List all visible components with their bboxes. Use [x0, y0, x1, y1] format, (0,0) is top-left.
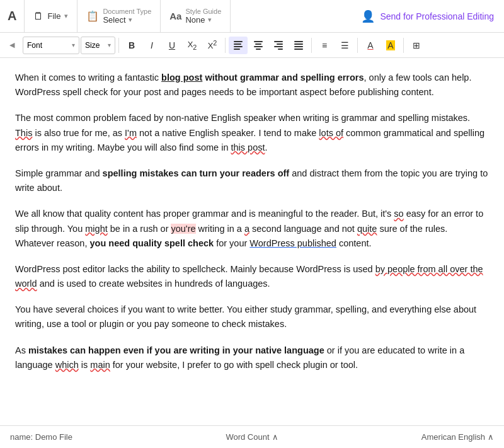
divider-1 [118, 38, 119, 53]
unordered-list-button[interactable]: ☰ [335, 37, 354, 54]
text-segment: which [55, 360, 79, 370]
table-button[interactable]: ⊞ [407, 37, 426, 54]
bold-icon: B [129, 40, 135, 50]
word-count-chevron: ∧ [272, 432, 278, 442]
style-guide-value: None [185, 15, 205, 25]
person-icon: 👤 [361, 9, 375, 23]
text-segment: mistakes can happen even if you are writ… [28, 345, 324, 355]
font-chevron: ▾ [72, 42, 75, 49]
text-segment: WordPress published [249, 238, 336, 248]
text-segment: blog post [161, 72, 202, 83]
divider-3 [311, 38, 312, 53]
text-segment: quite [357, 224, 377, 234]
subscript-button[interactable]: X2 [183, 37, 202, 54]
text-segment: a [244, 224, 249, 234]
align-justify-button[interactable] [289, 37, 308, 54]
send-professional-button[interactable]: 👤 Send for Professional Editing [351, 0, 504, 32]
ordered-list-icon: ≡ [322, 40, 327, 50]
content-paragraph: When it comes to writing a fantastic blo… [15, 71, 489, 100]
text-segment: . [265, 142, 267, 152]
superscript-icon: X2 [208, 39, 217, 50]
file-chevron: ▾ [64, 12, 68, 20]
align-left-icon [234, 41, 243, 50]
subscript-icon: X2 [188, 40, 197, 51]
text-segment: You have several choices if you want to … [15, 304, 476, 329]
text-segment: this post [231, 142, 265, 152]
align-left-button[interactable] [229, 37, 248, 54]
text-segment: I'm [125, 128, 137, 138]
font-color-button[interactable]: A [361, 37, 380, 54]
text-segment: is [79, 360, 91, 370]
language-status[interactable]: American English ∧ [421, 432, 494, 442]
text-segment: main [90, 360, 110, 370]
word-count-label: Word Count [226, 432, 269, 442]
text-segment: you're [171, 224, 195, 234]
content-area[interactable]: When it comes to writing a fantastic blo… [0, 58, 504, 425]
word-count-status[interactable]: Word Count ∧ [226, 432, 278, 442]
style-guide-icon: Aa [169, 11, 181, 21]
underline-icon: U [169, 40, 175, 50]
font-highlight-icon: A [386, 40, 394, 50]
text-segment: second language and not [249, 224, 357, 234]
text-segment: spelling mistakes can turn your readers … [103, 168, 290, 178]
content-paragraph: You have several choices if you want to … [15, 302, 489, 331]
text-segment: not a native English speaker. I tend to … [137, 128, 319, 138]
align-right-button[interactable] [269, 37, 288, 54]
font-color-icon: A [367, 40, 373, 50]
text-segment: The most common problem faced by non-nat… [15, 113, 470, 123]
text-segment: WordPress post editor lacks the ability … [15, 264, 375, 274]
file-label: File [47, 11, 60, 21]
superscript-button[interactable]: X2 [203, 37, 222, 54]
text-segment: for your website, I prefer to go with sp… [110, 360, 358, 370]
status-bar: name: Demo File Word Count ∧ American En… [0, 425, 504, 448]
text-segment: be in a rush or [108, 224, 171, 234]
ordered-list-button[interactable]: ≡ [315, 37, 334, 54]
top-toolbar: A 🗒 File ▾ 📋 Document Type Select ▾ Aa S… [0, 0, 504, 33]
italic-icon: I [151, 40, 153, 50]
align-center-icon [254, 41, 263, 50]
doc-type-col: Document Type Select ▾ [103, 8, 151, 25]
style-guide-menu[interactable]: Aa Style Guide None ▾ [161, 0, 231, 32]
size-label: Size [85, 41, 100, 50]
file-icon: 🗒 [33, 11, 43, 22]
align-justify-icon [294, 41, 303, 50]
content-paragraph: Simple grammar and spelling mistakes can… [15, 166, 489, 195]
font-label: Font [27, 41, 42, 50]
text-segment: As [15, 345, 28, 355]
bold-button[interactable]: B [122, 37, 141, 54]
content-paragraph: We all know that quality content has pro… [15, 207, 489, 251]
doc-type-value: Select [103, 15, 125, 25]
divider-4 [357, 38, 358, 53]
italic-button[interactable]: I [142, 37, 161, 54]
font-selector[interactable]: Font ▾ [23, 37, 79, 54]
text-segment: When it comes to writing a fantastic [15, 72, 161, 83]
language-label: American English [421, 432, 485, 442]
document-type-menu[interactable]: 📋 Document Type Select ▾ [77, 0, 161, 32]
align-right-icon [274, 41, 283, 50]
text-segment: for your [214, 238, 249, 248]
dropdown-arrow-btn[interactable]: ◀ [3, 37, 21, 54]
text-segment: writing in a [196, 224, 244, 234]
unordered-list-icon: ☰ [341, 40, 349, 50]
content-paragraph: WordPress post editor lacks the ability … [15, 262, 489, 291]
format-toolbar: ◀ Font ▾ Size ▾ B I U X2 X2 [0, 33, 504, 58]
align-center-button[interactable] [249, 37, 268, 54]
text-segment: lots of [319, 128, 343, 138]
text-segment: you need quality spell check [89, 238, 214, 248]
size-chevron: ▾ [108, 42, 111, 49]
underline-button[interactable]: U [163, 37, 181, 54]
text-segment: We all know that quality content has pro… [15, 209, 394, 219]
style-guide-chevron: ▾ [208, 16, 212, 24]
divider-5 [403, 38, 404, 53]
doc-type-small-label: Document Type [103, 8, 151, 15]
file-menu[interactable]: 🗒 File ▾ [25, 0, 77, 32]
text-segment: content. [336, 238, 372, 248]
text-segment: This [15, 128, 32, 138]
text-segment: Simple grammar and [15, 168, 103, 178]
brand-logo: A [0, 0, 25, 32]
text-segment: without grammar and spelling errors [205, 72, 364, 83]
size-selector[interactable]: Size ▾ [81, 37, 115, 54]
text-segment: is also true for me, as [32, 128, 125, 138]
content-paragraph: The most common problem faced by non-nat… [15, 111, 489, 155]
font-highlight-button[interactable]: A [381, 37, 400, 54]
